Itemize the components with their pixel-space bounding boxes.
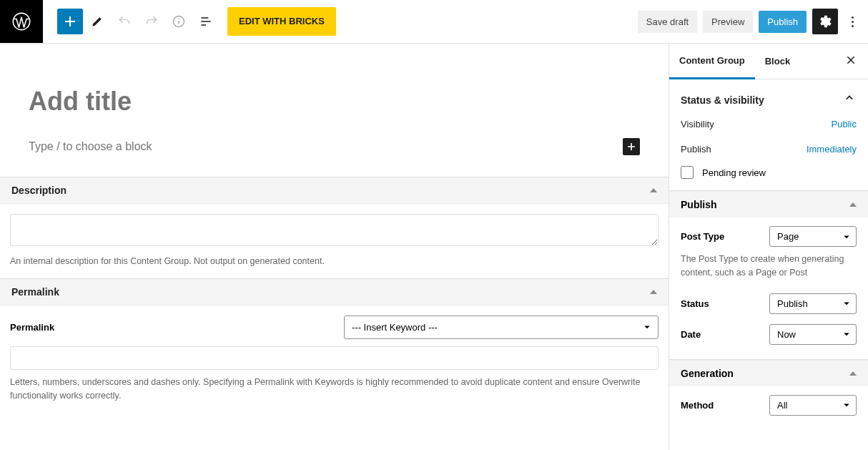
status-visibility-header[interactable]: Status & visibility	[681, 91, 857, 109]
sidebar-close-button[interactable]	[834, 46, 868, 77]
dot-icon	[852, 25, 854, 27]
close-icon	[845, 54, 857, 66]
post-title-input[interactable]	[29, 87, 640, 117]
post-type-select[interactable]: Page	[769, 226, 857, 247]
publish-value[interactable]: Immediately	[807, 144, 857, 155]
pending-review-checkbox[interactable]	[681, 166, 694, 179]
generation-panel: Generation Method All	[669, 360, 868, 430]
post-type-label: Post Type	[681, 231, 724, 242]
publish-label: Publish	[681, 144, 711, 155]
gear-icon	[817, 14, 833, 29]
dot-icon	[852, 16, 854, 19]
outline-icon	[199, 14, 213, 29]
info-icon	[172, 14, 186, 29]
editor-column: Description An internal description for …	[0, 44, 669, 450]
description-hint: An internal description for this Content…	[10, 255, 659, 268]
redo-button[interactable]	[139, 9, 164, 34]
wordpress-icon	[11, 11, 31, 31]
permalink-input[interactable]	[10, 346, 659, 370]
chevron-up-icon	[842, 91, 857, 109]
svg-point-0	[13, 13, 29, 29]
caret-up-icon	[849, 371, 857, 376]
top-toolbar: EDIT WITH BRICKS Save draft Preview Publ…	[0, 0, 868, 44]
date-select[interactable]: Now	[769, 324, 857, 345]
method-select[interactable]: All	[769, 395, 857, 416]
caret-up-icon	[650, 188, 657, 192]
permalink-label: Permalink	[10, 322, 54, 333]
pencil-icon	[90, 14, 104, 29]
inline-add-block-button[interactable]	[623, 138, 640, 155]
toolbar-right: Save draft Preview Publish	[638, 9, 868, 34]
dot-icon	[852, 21, 854, 23]
status-select[interactable]: Publish	[769, 293, 857, 314]
generation-panel-header[interactable]: Generation	[669, 360, 868, 386]
date-label: Date	[681, 329, 701, 340]
tab-content-group[interactable]: Content Group	[669, 44, 755, 79]
permalink-title: Permalink	[11, 286, 59, 298]
toolbar-left: EDIT WITH BRICKS	[43, 7, 336, 36]
publish-panel-header[interactable]: Publish	[669, 191, 868, 217]
edit-with-bricks-button[interactable]: EDIT WITH BRICKS	[227, 7, 336, 36]
pending-review-label: Pending review	[702, 167, 766, 178]
status-label: Status	[681, 298, 709, 309]
description-panel: Description An internal description for …	[0, 177, 669, 278]
post-type-desc: The Post Type to create when generating …	[681, 253, 857, 280]
save-draft-button[interactable]: Save draft	[638, 11, 697, 33]
settings-button[interactable]	[812, 9, 838, 34]
permalink-keyword-select[interactable]: --- Insert Keyword ---	[344, 316, 659, 339]
permalink-panel: Permalink Permalink --- Insert Keyword -…	[0, 278, 669, 413]
undo-button[interactable]	[112, 9, 137, 34]
block-inserter-input[interactable]	[29, 140, 623, 153]
permalink-hint: Letters, numbers, underscores and dashes…	[10, 376, 659, 403]
more-menu-button[interactable]	[844, 9, 861, 34]
caret-up-icon	[849, 202, 857, 207]
add-block-button[interactable]	[57, 9, 83, 34]
publish-panel: Publish Post Type Page The Post Type to …	[669, 191, 868, 360]
tool-select-button[interactable]	[84, 9, 110, 34]
caret-up-icon	[650, 290, 657, 294]
status-visibility-section: Status & visibility Visibility Public Pu…	[669, 79, 868, 191]
plus-icon	[61, 13, 79, 30]
redo-icon	[144, 14, 159, 29]
undo-icon	[117, 14, 132, 29]
description-textarea[interactable]	[10, 214, 659, 246]
visibility-label: Visibility	[681, 119, 714, 129]
preview-button[interactable]: Preview	[703, 11, 753, 33]
method-label: Method	[681, 400, 714, 411]
info-button[interactable]	[166, 9, 192, 34]
description-title: Description	[11, 185, 66, 196]
visibility-value[interactable]: Public	[832, 119, 857, 129]
description-panel-header[interactable]: Description	[0, 177, 669, 204]
permalink-panel-header[interactable]: Permalink	[0, 279, 669, 305]
plus-icon	[624, 140, 638, 154]
wordpress-logo[interactable]	[0, 0, 43, 43]
publish-button[interactable]: Publish	[759, 11, 807, 33]
settings-sidebar: Content Group Block Status & visibility …	[669, 44, 868, 450]
svg-point-3	[178, 19, 179, 20]
outline-button[interactable]	[193, 9, 219, 34]
tab-block[interactable]: Block	[755, 44, 800, 78]
